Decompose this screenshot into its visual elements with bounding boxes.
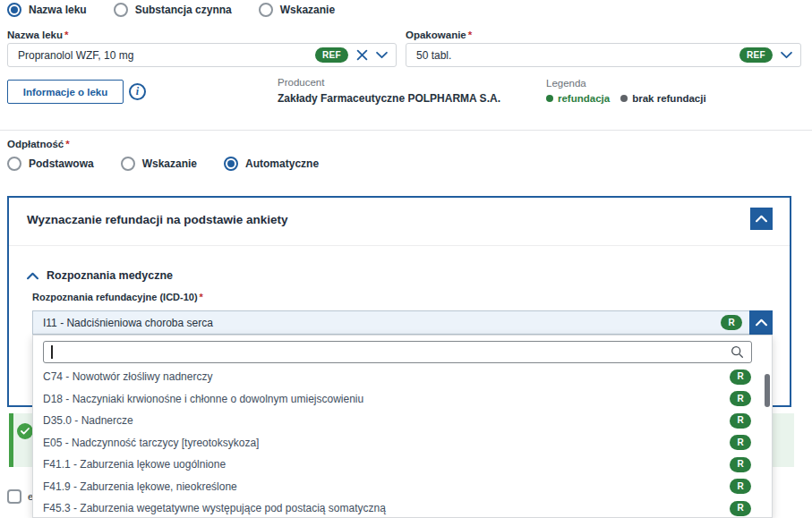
legend-block: Legenda refundacja brak refundacji (546, 78, 706, 104)
refund-badge: R (730, 457, 751, 472)
package-value: 50 tabl. (416, 49, 731, 62)
radio-label: Podstawowa (29, 157, 94, 170)
refund-badge: R (730, 435, 751, 450)
radio-label: Wskazanie (142, 157, 197, 170)
required-asterisk: * (64, 30, 68, 40)
payment-label: Odpłatność* (7, 139, 70, 149)
icd10-option[interactable]: F41.1 - Zaburzenia lękowe uogólnione R (33, 454, 773, 476)
drug-name-combobox[interactable]: Propranolol WZF, 10 mg REF (7, 43, 397, 67)
producer-value: Zakłady Farmaceutyczne POLPHARMA S.A. (278, 92, 500, 105)
refund-badge: REF (315, 47, 348, 63)
icd10-dropdown: C74 - Nowotwór złośliwy nadnerczy R D18 … (32, 335, 773, 518)
checkbox[interactable] (7, 489, 21, 504)
search-mode-radio-group: Nazwa leku Substancja czynna Wskazanie (7, 3, 335, 17)
search-mode-radio[interactable]: Nazwa leku (7, 3, 87, 17)
radio-label: Wskazanie (280, 4, 335, 16)
scrollbar-thumb[interactable] (765, 374, 770, 407)
chevron-down-icon[interactable] (376, 51, 388, 59)
icd10-select[interactable]: I11 - Nadciśnieniowa choroba serca R (32, 310, 773, 335)
radio-label: Nazwa leku (29, 4, 87, 16)
section-divider (0, 130, 812, 131)
legend-item: brak refundacji (620, 93, 705, 104)
chevron-up-icon (27, 272, 38, 280)
icd10-option[interactable]: E05 - Nadczynność tarczycy [tyreotoksyko… (33, 432, 773, 454)
panel-divider (9, 245, 790, 246)
icd10-selected-value: I11 - Nadciśnieniowa choroba serca (43, 317, 714, 329)
radio-icon[interactable] (224, 157, 238, 171)
required-asterisk: * (65, 139, 69, 149)
legend-caption: Legenda (546, 78, 706, 89)
refund-badge: R (730, 413, 751, 429)
legend-dot-icon (620, 95, 628, 102)
radio-icon[interactable] (114, 3, 128, 17)
refund-badge: R (721, 315, 742, 330)
payment-radio-group: Podstawowa Wskazanie Automatyczne (7, 157, 319, 171)
producer-caption: Producent (278, 77, 500, 88)
required-asterisk: * (200, 292, 203, 302)
radio-icon[interactable] (121, 157, 135, 171)
icd10-option-label: D18 - Naczyniaki krwionośne i chłonne o … (43, 393, 730, 405)
search-icon (731, 345, 744, 359)
icd10-option-label: F41.1 - Zaburzenia lękowe uogólnione (43, 458, 730, 471)
icd10-option-label: F45.3 - Zaburzenia wegetatywne występują… (43, 502, 730, 514)
icd10-option[interactable]: F45.3 - Zaburzenia wegetatywne występują… (33, 497, 773, 518)
radio-label: Substancja czynna (135, 4, 232, 16)
prescription-drug-form: Nazwa leku Substancja czynna Wskazanie N… (0, 0, 812, 518)
legend-item: refundacja (546, 93, 610, 104)
refund-badge: R (730, 369, 751, 385)
diagnoses-section-title: Rozpoznania medyczne (47, 269, 173, 282)
search-mode-radio[interactable]: Wskazanie (259, 3, 335, 17)
payment-radio[interactable]: Wskazanie (121, 157, 197, 171)
refund-badge: R (730, 501, 751, 516)
icd10-option-label: D35.0 - Nadnercze (43, 414, 730, 427)
drug-name-label: Nazwa leku* (7, 30, 68, 40)
icd10-search-input[interactable] (43, 341, 752, 363)
check-circle-icon (17, 423, 33, 439)
radio-label: Automatyczne (245, 157, 319, 170)
text-caret (51, 345, 53, 359)
icd10-option-label: F41.9 - Zaburzenia lękowe, nieokreślone (43, 480, 730, 493)
legend-item-label: brak refundacji (632, 93, 705, 104)
legend-dot-icon (546, 95, 553, 102)
package-combobox[interactable]: 50 tabl. REF (406, 43, 801, 67)
diagnoses-section-toggle[interactable]: Rozpoznania medyczne (27, 269, 173, 282)
radio-icon[interactable] (7, 157, 21, 171)
payment-radio[interactable]: Automatyczne (224, 157, 319, 171)
icd10-option[interactable]: D18 - Naczyniaki krwionośne i chłonne o … (33, 388, 773, 411)
payment-radio[interactable]: Podstawowa (7, 157, 94, 171)
legend-item-label: refundacja (558, 93, 610, 104)
drug-info-button[interactable]: Informacje o leku (7, 80, 124, 104)
refund-badge: REF (739, 47, 773, 63)
search-mode-radio[interactable]: Substancja czynna (114, 3, 232, 17)
producer-block: Producent Zakłady Farmaceutyczne POLPHAR… (278, 77, 500, 105)
radio-icon[interactable] (7, 3, 21, 17)
icd10-option-label: C74 - Nowotwór złośliwy nadnerczy (43, 370, 730, 383)
icd10-option[interactable]: D35.0 - Nadnercze R (33, 410, 773, 432)
chevron-down-icon[interactable] (781, 51, 792, 59)
icd10-collapse-button[interactable] (749, 310, 773, 335)
icd10-option-label: E05 - Nadczynność tarczycy [tyreotoksyko… (43, 437, 730, 449)
info-icon[interactable]: i (129, 83, 146, 100)
icd10-option-list: C74 - Nowotwór złośliwy nadnerczy R D18 … (33, 366, 773, 518)
clear-icon[interactable] (356, 49, 368, 61)
collapse-panel-button[interactable] (750, 208, 773, 230)
required-asterisk: * (468, 30, 472, 40)
panel-title: Wyznaczanie refundacji na podstawie anki… (27, 213, 288, 226)
icd10-option[interactable]: F41.9 - Zaburzenia lękowe, nieokreślone … (33, 476, 773, 498)
icd10-label: Rozpoznania refundacyjne (ICD-10)* (32, 292, 203, 302)
icd10-option[interactable]: C74 - Nowotwór złośliwy nadnerczy R (33, 366, 773, 388)
package-label: Opakowanie* (406, 30, 472, 40)
refund-badge: R (730, 479, 751, 494)
chevron-up-icon (756, 318, 767, 327)
drug-name-value: Propranolol WZF, 10 mg (18, 49, 307, 62)
radio-icon[interactable] (259, 3, 273, 17)
refund-badge: R (730, 391, 751, 406)
